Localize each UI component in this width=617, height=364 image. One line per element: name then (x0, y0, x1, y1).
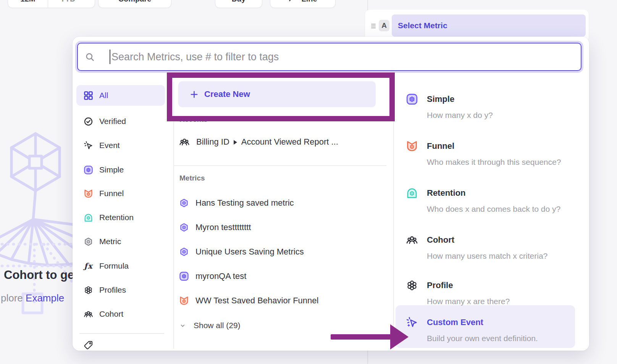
profile-flower-icon (405, 279, 418, 292)
metric-list-item[interactable]: Myron testttttttt (179, 218, 251, 237)
background-subline: plore Example (1, 292, 64, 304)
cohort-people-icon (83, 309, 94, 319)
type-subtitle: Build your own event definition. (427, 333, 538, 343)
interval-day-button[interactable]: Day (215, 0, 262, 8)
sidebar-item-label: Funnel (99, 189, 124, 198)
sidebar-item-metric[interactable]: Metric (76, 231, 165, 252)
type-title: Cohort (427, 234, 454, 246)
chevron-down-icon (179, 322, 186, 329)
range-ytd-button[interactable]: YTD (48, 0, 95, 8)
type-row-funnel[interactable]: Funnel Who makes it through this sequenc… (396, 140, 575, 178)
sidebar-item-all[interactable]: All (76, 85, 165, 106)
example-link[interactable]: Example (26, 292, 64, 304)
metric-item-label: Myron testttttttt (195, 222, 251, 232)
recent-item-suffix: Account Viewed Report ... (241, 137, 338, 147)
cohort-people-icon (179, 136, 190, 148)
range-ytd-label: YTD (60, 0, 76, 3)
metric-list-item[interactable]: WW Test Saved Behavior Funnel (179, 292, 318, 310)
sidebar-divider (79, 333, 164, 334)
sidebar-item-retention[interactable]: Retention (76, 207, 165, 228)
show-all-button[interactable]: Show all (29) (179, 317, 241, 333)
select-metric-label: Select Metric (398, 21, 447, 30)
type-subtitle: How many x are there? (427, 296, 510, 306)
metric-item-label: Hans Testing saved metric (195, 198, 294, 208)
simple-metric-icon (179, 271, 189, 282)
metric-list-item[interactable]: Hans Testing saved metric (179, 194, 294, 212)
type-title: Custom Event (427, 316, 483, 329)
sidebar-item-formula[interactable]: ƒx Formula (76, 256, 165, 276)
series-a-label: A (381, 21, 387, 30)
funnel-icon (405, 140, 418, 153)
app-screen: 12M YTD Compare Day Line A Select Metric (0, 0, 617, 364)
compare-button[interactable]: Compare (98, 0, 171, 8)
drag-handle-icon[interactable] (370, 22, 377, 30)
recent-item-row[interactable]: Billing ID Account Viewed Report ... (179, 133, 338, 151)
sidebar-item-label: All (99, 91, 108, 100)
saved-metric-icon (179, 246, 189, 257)
annotation-arrow-shaft (331, 334, 391, 340)
chart-type-line-label: Line (301, 0, 317, 3)
simple-metric-icon (405, 93, 418, 106)
sidebar-item-verified[interactable]: Verified (76, 111, 165, 132)
type-subtitle: How many users match x criteria? (427, 251, 548, 261)
type-row-cohort[interactable]: Cohort How many users match x criteria? (396, 234, 575, 272)
column-divider (393, 82, 394, 349)
saved-metric-icon (179, 198, 189, 208)
simple-metric-icon (83, 165, 94, 175)
metric-item-label: myronQA test (195, 271, 246, 281)
cohort-people-icon (405, 234, 418, 246)
sidebar-item-funnel[interactable]: Funnel (76, 183, 165, 204)
metric-item-label: Unique Users Saving Metrics (195, 247, 304, 257)
retention-icon (83, 213, 94, 223)
compare-label: Compare (118, 0, 152, 3)
date-range-group[interactable]: 12M YTD (8, 0, 95, 8)
sidebar-item-label: Cohort (99, 309, 123, 319)
range-12m-button[interactable]: 12M (8, 0, 48, 8)
recent-item-prefix: Billing ID (196, 137, 229, 147)
funnel-icon (179, 295, 189, 306)
profiles-flower-icon (83, 285, 94, 295)
grid-icon (83, 90, 94, 101)
type-row-custom-event[interactable]: Custom Event Build your own event defini… (396, 316, 575, 351)
type-title: Profile (427, 279, 453, 292)
tag-icon (83, 340, 94, 350)
formula-icon: ƒx (83, 261, 94, 271)
sidebar-item-label: Formula (99, 261, 129, 271)
subline-text-fragment: plore (1, 292, 23, 304)
type-subtitle: Who does x and comes back to do y? (427, 204, 560, 214)
type-row-simple[interactable]: Simple How many x do y? (396, 93, 575, 131)
annotation-rectangle (167, 72, 395, 121)
saved-metric-icon (179, 222, 189, 233)
line-chart-icon (288, 0, 297, 3)
chevron-down-icon (78, 0, 83, 2)
sidebar-item-cohort[interactable]: Cohort (76, 304, 165, 324)
metric-search-input[interactable] (110, 51, 581, 63)
sidebar-item-label: Event (99, 141, 120, 150)
type-title: Funnel (427, 140, 454, 153)
caret-right-icon (234, 140, 237, 145)
series-a-badge: A (379, 20, 389, 31)
column-divider (173, 82, 174, 349)
background-headline-fragment: Cohort to ge (4, 268, 74, 282)
sidebar-item-event[interactable]: Event (76, 135, 165, 156)
sidebar-item-label: Retention (99, 213, 134, 222)
type-row-retention[interactable]: Retention Who does x and comes back to d… (396, 187, 575, 225)
sidebar-item-label: Simple (99, 165, 124, 174)
sidebar-item-simple[interactable]: Simple (76, 159, 165, 180)
interval-day-label: Day (232, 0, 246, 3)
sidebar-item-label: Verified (99, 117, 126, 126)
metric-list-item[interactable]: Unique Users Saving Metrics (179, 243, 304, 261)
sidebar-item-label: Profiles (99, 285, 126, 295)
metric-search-box[interactable] (77, 43, 581, 71)
range-12m-label: 12M (21, 0, 36, 3)
type-title: Retention (427, 187, 465, 200)
event-cursor-icon (83, 140, 94, 151)
chart-type-line-button[interactable]: Line (270, 0, 336, 8)
sidebar-item-profiles[interactable]: Profiles (76, 280, 165, 300)
select-metric-field[interactable]: Select Metric (392, 14, 586, 37)
type-subtitle: How many x do y? (427, 110, 493, 120)
type-title: Simple (427, 93, 454, 106)
funnel-icon (83, 188, 94, 199)
metric-list-item[interactable]: myronQA test (179, 267, 246, 285)
type-row-profile[interactable]: Profile How many x are there? (396, 279, 575, 317)
